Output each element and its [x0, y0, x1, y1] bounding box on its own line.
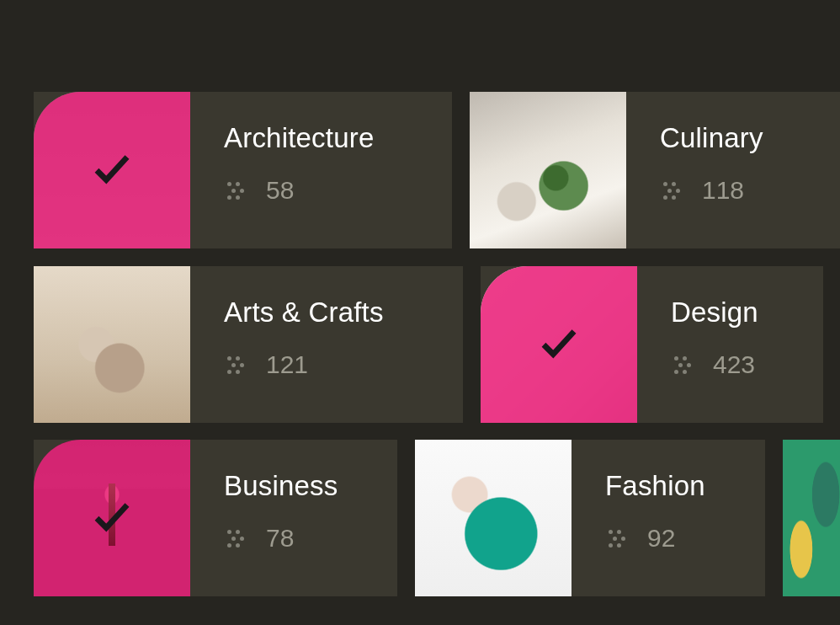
grid-icon: [671, 353, 694, 377]
category-row: Architecture 58 Culinary 118: [34, 92, 840, 248]
category-count-row: 92: [605, 524, 705, 553]
category-body: Arts & Crafts 121: [190, 266, 417, 423]
category-title: Architecture: [224, 122, 374, 154]
category-count-row: 118: [660, 176, 763, 205]
category-card-partial[interactable]: [783, 440, 840, 596]
category-count-row: 121: [224, 350, 384, 379]
category-body: Architecture 58: [190, 92, 407, 248]
category-body: Fashion 92: [572, 440, 739, 596]
category-card-fashion[interactable]: Fashion 92: [415, 440, 765, 596]
category-title: Business: [224, 470, 338, 502]
category-title: Fashion: [605, 470, 705, 502]
category-count: 423: [713, 350, 755, 379]
grid-icon: [224, 353, 247, 377]
grid-icon: [224, 179, 247, 202]
category-thumb: [783, 440, 840, 596]
category-title: Arts & Crafts: [224, 296, 384, 329]
category-body: Business 78: [190, 440, 372, 596]
category-count: 121: [266, 350, 308, 379]
category-count-row: 58: [224, 176, 374, 205]
category-thumb: [34, 92, 190, 248]
grid-icon: [224, 526, 247, 550]
category-title: Culinary: [660, 122, 763, 154]
category-count: 58: [266, 176, 294, 205]
category-thumb: [415, 440, 572, 596]
category-card-culinary[interactable]: Culinary 118: [470, 92, 840, 248]
category-thumb: [34, 266, 190, 423]
category-card-arts-crafts[interactable]: Arts & Crafts 121: [34, 266, 463, 423]
category-card-business[interactable]: Business 78: [34, 440, 397, 596]
check-icon: [89, 146, 135, 195]
category-count: 92: [647, 524, 675, 553]
category-body: Culinary 118: [626, 92, 797, 248]
category-thumb: [481, 266, 637, 423]
category-card-architecture[interactable]: Architecture 58: [34, 92, 452, 248]
check-icon: [89, 494, 135, 542]
category-count: 78: [266, 524, 294, 553]
grid-icon: [660, 179, 683, 202]
category-thumb: [34, 440, 190, 596]
check-icon: [536, 320, 582, 369]
category-card-design[interactable]: Design 423: [481, 266, 823, 423]
category-row: Arts & Crafts 121 Design 423: [34, 266, 840, 423]
category-count: 118: [702, 176, 744, 205]
grid-icon: [605, 526, 629, 550]
category-title: Design: [671, 296, 758, 329]
category-thumb: [470, 92, 626, 248]
category-body: Design 423: [637, 266, 792, 423]
category-count-row: 78: [224, 524, 338, 553]
category-row: Business 78 Fashion 92: [34, 440, 840, 596]
category-count-row: 423: [671, 350, 758, 379]
